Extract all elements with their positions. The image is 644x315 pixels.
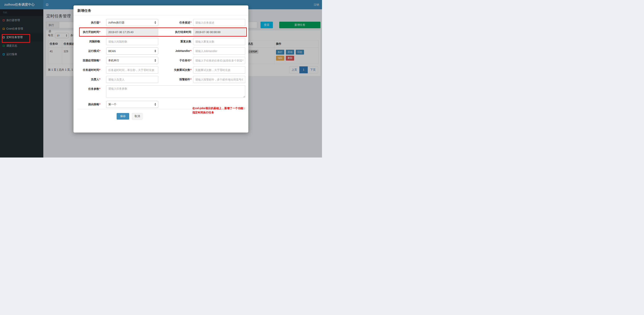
route-strategy-select-value: 第一个 [108, 103, 116, 106]
owner-label: 负责人* [77, 76, 106, 83]
cancel-button[interactable]: 取消 [132, 113, 142, 120]
modal-body: 执行器* zuihou执行器 任务描述* 执行开始时间* 执行结束时间 间隔秒数… [74, 16, 248, 120]
alarm-email-input[interactable] [193, 76, 245, 83]
repeat-count-label: 重复次数 [158, 38, 193, 45]
job-handler-input[interactable] [193, 47, 245, 55]
job-param-label: 任务参数* [77, 85, 106, 99]
select-arrows-icon [154, 50, 156, 52]
block-strategy-label: 阻塞处理策略* [77, 57, 106, 64]
task-desc-label: 任务描述* [158, 19, 193, 26]
start-time-label: 执行开始时间* [77, 29, 106, 36]
repeat-count-input[interactable] [193, 38, 245, 45]
end-time-input[interactable] [193, 29, 245, 36]
add-task-modal: 新增任务 执行器* zuihou执行器 任务描述* 执行开始时间* 执行结束时间… [74, 6, 248, 133]
child-job-input[interactable] [193, 57, 245, 64]
executor-select[interactable]: zuihou执行器 [106, 19, 158, 26]
executor-select-value: zuihou执行器 [108, 21, 124, 24]
modal-title: 新增任务 [77, 9, 91, 13]
interval-label: 间隔秒数 [77, 38, 106, 45]
modal-header: 新增任务 [74, 6, 248, 16]
block-strategy-select-value: 单机串行 [108, 59, 119, 62]
start-time-input[interactable] [106, 29, 158, 36]
save-button[interactable]: 保存 [116, 113, 129, 120]
red-note-line2: 指定时间执行任务 [192, 110, 248, 115]
timeout-label: 任务超时时间* [77, 66, 106, 74]
fail-retry-label: 失败重试次数* [158, 66, 193, 74]
interval-input[interactable] [106, 38, 158, 45]
select-arrows-icon [154, 59, 156, 62]
fail-retry-input[interactable] [193, 66, 245, 74]
timeout-input[interactable] [106, 66, 158, 74]
alarm-email-label: 报警邮件* [158, 76, 193, 83]
select-arrows-icon [154, 103, 156, 106]
run-mode-select[interactable]: BEAN [106, 47, 158, 55]
run-mode-select-value: BEAN [108, 50, 116, 53]
red-note-line1: 在xxl-jobs项目的基础上，新增了一个功能： [192, 106, 248, 110]
owner-input[interactable] [106, 76, 158, 83]
run-mode-label: 运行模式* [77, 47, 106, 55]
end-time-label: 执行结束时间 [158, 29, 193, 36]
select-arrows-icon [154, 21, 156, 24]
red-note: 在xxl-jobs项目的基础上，新增了一个功能： 指定时间执行任务 [192, 106, 248, 115]
route-strategy-select[interactable]: 第一个 [106, 101, 158, 108]
child-job-label: 子任务ID* [158, 57, 193, 64]
task-desc-input[interactable] [193, 19, 245, 26]
job-param-textarea[interactable] [106, 85, 245, 98]
job-handler-label: JobHandler* [158, 47, 193, 55]
block-strategy-select[interactable]: 单机串行 [106, 57, 158, 64]
route-strategy-label: 路由策略* [77, 101, 106, 108]
executor-label: 执行器* [77, 19, 106, 26]
